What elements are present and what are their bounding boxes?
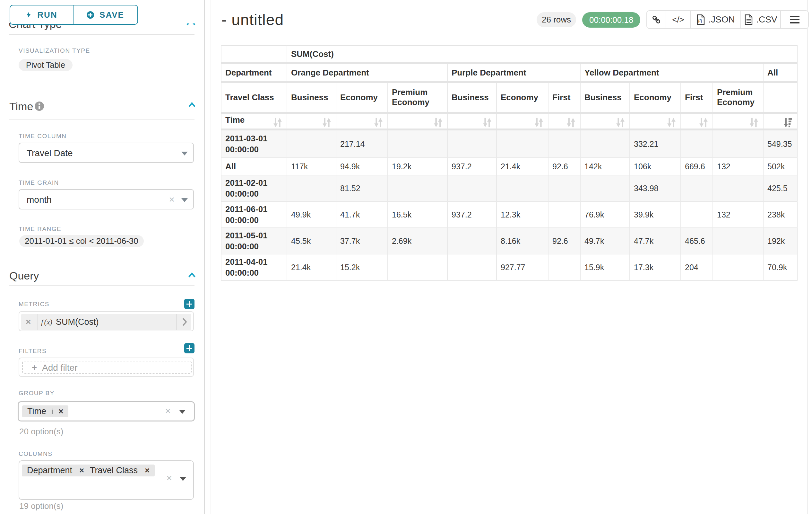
svg-text:{/}: {/} [698, 18, 702, 23]
